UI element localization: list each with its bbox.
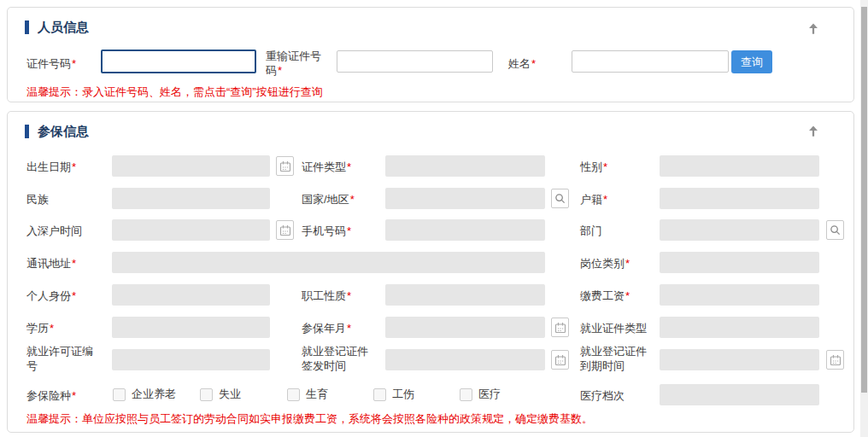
pension-checkbox[interactable]: [113, 388, 126, 401]
country-field: [385, 188, 545, 209]
calendar-icon[interactable]: [551, 318, 569, 337]
hukou-field: [660, 188, 819, 209]
birth-date-field: [112, 155, 270, 177]
cert-issue-label: 就业登记证件签发时间: [302, 344, 377, 373]
gender-field: [660, 155, 819, 177]
post-cat-label: 岗位类别*: [580, 256, 630, 271]
checkbox-group-unemployment[interactable]: 失业: [200, 387, 241, 402]
medical-checkbox[interactable]: [460, 388, 472, 401]
collapse-up-arrow-icon[interactable]: [806, 123, 821, 138]
dept-field: [660, 219, 819, 241]
id-number-label: 证件号码*: [26, 56, 76, 71]
address-label: 通讯地址*: [26, 256, 76, 271]
checkbox-group-medical[interactable]: 医疗: [460, 387, 501, 402]
id-number-repeat-label: 重输证件号码*: [266, 49, 329, 78]
calendar-icon[interactable]: [276, 220, 294, 240]
medical-checkbox-label: 医疗: [478, 387, 501, 402]
id-type-label: 证件类型*: [302, 160, 351, 174]
person-section-header: 人员信息: [25, 20, 89, 35]
insure-tip-text: 温馨提示：单位应按照与员工签订的劳动合同如实申报缴费工资，系统将会按照各险种的政…: [26, 411, 593, 427]
sz-date-label: 入深户时间: [26, 224, 82, 238]
permit-no-field: [112, 349, 270, 370]
section-bar: [25, 20, 29, 34]
dept-label: 部门: [580, 224, 602, 238]
permit-no-label: 就业许可证编号: [26, 344, 100, 373]
checkbox-group-injury[interactable]: 工伤: [373, 387, 414, 402]
query-button[interactable]: 查询: [731, 50, 772, 73]
hukou-label: 户籍*: [580, 192, 607, 207]
mobile-label: 手机号码*: [302, 224, 351, 238]
ethnic-label: 民族: [26, 192, 49, 207]
calendar-icon[interactable]: [276, 156, 294, 176]
calendar-icon[interactable]: [826, 350, 844, 370]
id-number-input[interactable]: [101, 50, 256, 73]
injury-checkbox-label: 工伤: [392, 387, 414, 402]
sz-date-field: [112, 219, 270, 241]
collapse-up-arrow-icon[interactable]: [806, 20, 821, 36]
birth-date-label: 出生日期*: [26, 160, 76, 174]
salary-label: 缴费工资*: [580, 288, 630, 303]
edu-field: [112, 317, 270, 338]
maternity-checkbox[interactable]: [287, 388, 300, 401]
search-icon[interactable]: [551, 189, 569, 208]
scrollbar-thumb[interactable]: [861, 7, 867, 393]
insure-section-header: 参保信息: [25, 124, 89, 139]
checkbox-group-pension[interactable]: 企业养老: [113, 387, 176, 402]
post-cat-field: [660, 252, 819, 273]
name-label: 姓名*: [508, 56, 536, 71]
mobile-field: [385, 219, 545, 241]
person-section-title: 人员信息: [38, 20, 89, 36]
pension-checkbox-label: 企业养老: [132, 387, 176, 402]
maternity-checkbox-label: 生育: [306, 387, 328, 402]
cert-expire-field: [660, 349, 819, 370]
emp-nature-label: 职工性质*: [302, 288, 351, 303]
section-bar: [25, 125, 29, 138]
unemployment-checkbox-label: 失业: [219, 387, 241, 402]
emp-nature-field: [385, 284, 545, 306]
country-label: 国家/地区*: [302, 192, 355, 207]
month-field: [385, 317, 545, 338]
address-field: [112, 252, 545, 273]
identity-field: [112, 284, 270, 306]
calendar-icon[interactable]: [551, 350, 569, 370]
insure-info-panel: 参保信息 出生日期* 证件类型* 性别* 民族 国家/地区* 户籍* 入深户时间…: [7, 111, 854, 433]
page: 人员信息 证件号码* 重输证件号码* 姓名* 查询 温馨提示：录入证件号码、姓名…: [0, 0, 868, 437]
cert-expire-label: 就业登记证件到期时间: [580, 344, 654, 373]
identity-label: 个人身份*: [26, 288, 76, 303]
ins-types-label: 参保险种*: [26, 388, 76, 403]
insure-section-title: 参保信息: [38, 124, 89, 140]
person-tip-text: 温馨提示：录入证件号码、姓名，需点击“查询”按钮进行查询: [26, 84, 323, 100]
person-info-panel: 人员信息 证件号码* 重输证件号码* 姓名* 查询 温馨提示：录入证件号码、姓名…: [7, 7, 854, 102]
id-type-field: [385, 155, 545, 177]
med-level-label: 医疗档次: [580, 388, 625, 403]
emp-cert-type-label: 就业证件类型: [580, 321, 647, 335]
gender-label: 性别*: [580, 160, 607, 174]
injury-checkbox[interactable]: [373, 388, 386, 401]
edu-label: 学历*: [26, 321, 54, 335]
cert-issue-field: [385, 349, 545, 370]
name-input[interactable]: [572, 50, 729, 73]
month-label: 参保年月*: [302, 321, 351, 335]
search-icon[interactable]: [826, 220, 844, 240]
med-level-field: [660, 384, 819, 405]
salary-field: [660, 284, 819, 306]
unemployment-checkbox[interactable]: [200, 388, 213, 401]
checkbox-group-maternity[interactable]: 生育: [287, 387, 328, 402]
id-number-repeat-input[interactable]: [337, 50, 493, 73]
emp-cert-type-field: [660, 317, 819, 338]
vertical-scrollbar: [860, 0, 868, 437]
ethnic-field: [112, 188, 270, 209]
